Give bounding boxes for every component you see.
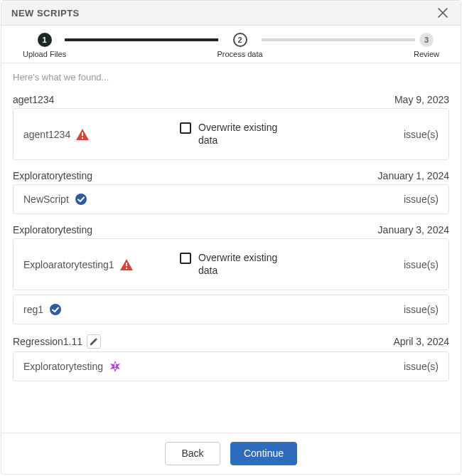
- script-name: NewScript: [23, 194, 69, 205]
- check-icon: [49, 303, 62, 316]
- dialog-footer: Back Continue: [1, 433, 461, 474]
- close-icon[interactable]: [435, 6, 451, 19]
- dialog-header: NEW SCRIPTS: [1, 1, 461, 26]
- script-row: agent1234 Overwrite existing data issue(…: [13, 108, 449, 160]
- step-connector: [262, 38, 415, 41]
- overwrite-checkbox[interactable]: Overwrite existing data: [180, 122, 294, 147]
- svg-rect-4: [126, 268, 127, 269]
- script-row: NewScript issue(s): [13, 184, 449, 214]
- group-title: aget1234: [13, 94, 54, 105]
- content-area: Here's what we found... aget1234 May 9, …: [1, 63, 461, 433]
- group-header: aget1234 May 9, 2023: [13, 88, 449, 108]
- script-name: reg1: [23, 304, 43, 315]
- issues-label: issue(s): [382, 304, 439, 315]
- checkbox-icon: [180, 253, 191, 264]
- step-review[interactable]: 3 Review: [414, 33, 439, 58]
- wizard-stepper: 1 Upload Files 2 Process data 3 Review: [1, 26, 461, 63]
- overwrite-label: Overwrite existing data: [198, 122, 294, 147]
- script-name: agent1234: [23, 129, 70, 140]
- group-date: April 3, 2024: [393, 336, 449, 347]
- svg-rect-3: [126, 263, 127, 266]
- issues-label: issue(s): [382, 129, 439, 140]
- edit-button[interactable]: [87, 334, 101, 349]
- group-title: Regression1.11: [13, 336, 82, 347]
- issues-label: issue(s): [382, 259, 439, 270]
- issues-label: issue(s): [382, 361, 439, 372]
- checkbox-icon: [180, 122, 191, 134]
- step-process-data[interactable]: 2 Process data: [217, 33, 262, 58]
- continue-button[interactable]: Continue: [230, 442, 297, 465]
- group-header: Exploratorytesting January 3, 2024: [13, 218, 449, 238]
- group-date: January 3, 2024: [378, 224, 449, 236]
- back-button[interactable]: Back: [165, 442, 220, 465]
- script-name: Exploaratorytesting1: [23, 259, 114, 270]
- group-date: January 1, 2024: [378, 170, 449, 181]
- group-header: Exploratorytesting January 1, 2024: [13, 164, 449, 184]
- group-title: Exploratorytesting: [13, 224, 92, 236]
- script-row: Exploratorytesting issue(s): [13, 351, 449, 381]
- issues-label: issue(s): [382, 194, 439, 205]
- group-title: Exploratorytesting: [13, 170, 92, 181]
- new-scripts-dialog: NEW SCRIPTS 1 Upload Files 2 Process dat…: [1, 0, 461, 475]
- step-upload-files[interactable]: 1 Upload Files: [23, 33, 66, 58]
- group-date: May 9, 2023: [394, 94, 449, 105]
- step-connector: [65, 38, 218, 41]
- burst-icon: [109, 360, 122, 373]
- script-name: Exploratorytesting: [23, 361, 103, 372]
- warning-icon: [76, 129, 89, 140]
- script-row: Exploaratorytesting1 Overwrite existing …: [13, 238, 449, 290]
- warning-icon: [120, 259, 133, 270]
- group-header: Regression1.11 April 3, 2024: [13, 329, 449, 351]
- svg-point-5: [50, 304, 61, 315]
- dialog-title: NEW SCRIPTS: [11, 8, 80, 18]
- check-icon: [75, 193, 87, 206]
- svg-rect-1: [82, 137, 83, 139]
- overwrite-label: Overwrite existing data: [198, 252, 294, 277]
- found-label: Here's what we found...: [13, 72, 449, 83]
- svg-point-2: [75, 194, 87, 205]
- svg-rect-7: [114, 368, 116, 369]
- overwrite-checkbox[interactable]: Overwrite existing data: [180, 252, 294, 277]
- script-row: reg1 issue(s): [13, 295, 449, 324]
- svg-rect-0: [82, 132, 83, 136]
- svg-rect-6: [114, 364, 116, 367]
